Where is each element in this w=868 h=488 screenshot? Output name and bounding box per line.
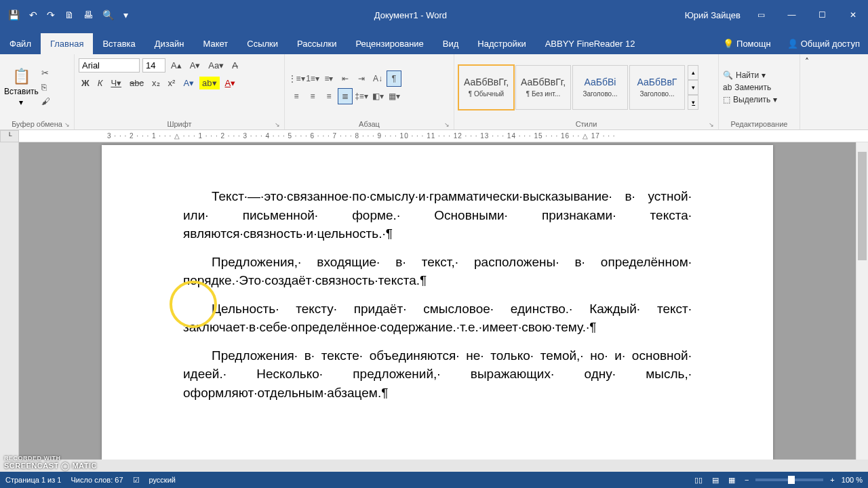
zoom-level[interactable]: 100 % xyxy=(842,476,863,484)
tab-home[interactable]: Главная xyxy=(41,33,93,54)
ribbon-options-icon[interactable]: ▭ xyxy=(746,0,776,30)
strike-button[interactable]: abc xyxy=(127,77,146,89)
sort-icon[interactable]: A↓ xyxy=(370,70,385,87)
redo-icon[interactable]: ↷ xyxy=(47,9,55,20)
tab-insert[interactable]: Вставка xyxy=(93,33,144,54)
format-painter-icon[interactable]: 🖌 xyxy=(41,96,50,106)
find-icon[interactable]: 🔍 xyxy=(102,9,114,20)
tab-review[interactable]: Рецензирование xyxy=(346,33,433,54)
group-editing: 🔍Найти ▾ abЗаменить ⬚Выделить ▾ Редактир… xyxy=(719,54,800,129)
qat-more-icon[interactable]: ▾ xyxy=(123,9,128,20)
tab-references[interactable]: Ссылки xyxy=(237,33,288,54)
zoom-in-icon[interactable]: + xyxy=(830,476,834,484)
styles-more-icon[interactable]: ▾̲ xyxy=(688,95,698,110)
increase-indent-icon[interactable]: ⇥ xyxy=(354,70,369,87)
style-heading1[interactable]: АаБбВіЗаголово... xyxy=(572,65,628,110)
numbering-icon[interactable]: 1≡▾ xyxy=(305,70,320,87)
select-button[interactable]: ⬚Выделить ▾ xyxy=(723,95,777,104)
collapse-ribbon-icon[interactable]: ˄ xyxy=(800,54,814,129)
highlight-icon[interactable]: ab▾ xyxy=(199,77,219,89)
show-marks-icon[interactable]: ¶ xyxy=(387,70,401,87)
dialog-launcher-icon[interactable]: ↘ xyxy=(444,121,450,128)
bold-button[interactable]: Ж xyxy=(79,77,92,89)
proofing-icon[interactable]: ☑ xyxy=(133,476,140,485)
replace-icon: ab xyxy=(723,83,732,92)
save-icon[interactable]: 💾 xyxy=(8,9,20,20)
zoom-control[interactable]: − + 100 % xyxy=(745,476,863,484)
new-doc-icon[interactable]: 🗎 xyxy=(64,9,74,20)
group-label: Стили↘ xyxy=(458,119,714,129)
paragraph[interactable]: Текст·—·это·связанное·по·смыслу·и·грамма… xyxy=(183,187,692,243)
tab-design[interactable]: Дизайн xyxy=(145,33,194,54)
language-indicator[interactable]: русский xyxy=(149,476,176,484)
help-button[interactable]: 💡Помощн xyxy=(715,33,779,54)
decrease-indent-icon[interactable]: ⇤ xyxy=(338,70,353,87)
zoom-out-icon[interactable]: − xyxy=(745,476,749,484)
tab-addins[interactable]: Надстройки xyxy=(468,33,535,54)
styles-gallery[interactable]: АаБбВвГг,¶ Обычный АаБбВвГг,¶ Без инт...… xyxy=(458,65,685,110)
print-icon[interactable]: 🖶 xyxy=(83,9,93,20)
align-center-icon[interactable]: ≡ xyxy=(305,88,320,104)
copy-icon[interactable]: ⎘ xyxy=(41,82,50,92)
ruler-vertical[interactable] xyxy=(0,142,19,460)
ruler-horizontal[interactable]: └ 3 · · · 2 · · · 1 · · · △ · · · 1 · · … xyxy=(0,130,868,142)
align-right-icon[interactable]: ≡ xyxy=(321,88,336,104)
tab-abbyy[interactable]: ABBYY FineReader 12 xyxy=(536,33,645,54)
change-case-icon[interactable]: Aa▾ xyxy=(205,59,226,72)
shrink-font-icon[interactable]: A▾ xyxy=(187,59,203,72)
style-no-spacing[interactable]: АаБбВвГг,¶ Без инт... xyxy=(515,65,571,110)
dialog-launcher-icon[interactable]: ↘ xyxy=(709,121,714,128)
grow-font-icon[interactable]: A▴ xyxy=(168,59,184,72)
superscript-button[interactable]: x² xyxy=(165,77,178,89)
read-mode-icon[interactable]: ▯▯ xyxy=(694,476,703,485)
cut-icon[interactable]: ✂ xyxy=(41,68,50,78)
borders-icon[interactable]: ▦▾ xyxy=(387,88,401,104)
multilevel-icon[interactable]: ≡▾ xyxy=(321,70,336,87)
user-name[interactable]: Юрий Зайцев xyxy=(685,10,746,20)
paste-button[interactable]: 📋 Вставить ▾ xyxy=(4,68,39,107)
align-left-icon[interactable]: ≡ xyxy=(289,88,304,104)
tab-view[interactable]: Вид xyxy=(433,33,469,54)
styles-down-icon[interactable]: ▾ xyxy=(688,80,698,95)
tab-mailings[interactable]: Рассылки xyxy=(288,33,346,54)
dialog-launcher-icon[interactable]: ↘ xyxy=(64,121,70,128)
tab-layout[interactable]: Макет xyxy=(193,33,237,54)
paragraph[interactable]: Предложения· в· тексте· объединяются· не… xyxy=(183,346,692,403)
zoom-slider[interactable] xyxy=(755,479,823,481)
font-color-icon[interactable]: A▾ xyxy=(222,77,239,89)
paragraph[interactable]: Цельность· тексту· придаёт· смысловое· е… xyxy=(183,300,692,337)
text-effects-icon[interactable]: A▾ xyxy=(180,77,197,89)
page-indicator[interactable]: Страница 1 из 1 xyxy=(5,476,61,484)
shading-icon[interactable]: ◧▾ xyxy=(370,88,385,104)
styles-up-icon[interactable]: ▴ xyxy=(688,65,698,80)
share-button[interactable]: 👤Общий доступ xyxy=(779,33,868,54)
clear-format-icon[interactable]: A̶ xyxy=(229,59,241,72)
italic-button[interactable]: К xyxy=(95,77,106,89)
undo-icon[interactable]: ↶ xyxy=(29,9,37,20)
maximize-icon[interactable]: ☐ xyxy=(807,0,837,30)
subscript-button[interactable]: x₂ xyxy=(149,77,163,89)
minimize-icon[interactable]: — xyxy=(776,0,807,30)
bullets-icon[interactable]: ⋮≡▾ xyxy=(289,70,304,87)
dialog-launcher-icon[interactable]: ↘ xyxy=(275,121,280,128)
document-page[interactable]: Текст·—·это·связанное·по·смыслу·и·грамма… xyxy=(102,145,773,460)
find-button[interactable]: 🔍Найти ▾ xyxy=(723,70,777,80)
print-layout-icon[interactable]: ▤ xyxy=(712,476,719,485)
vertical-scrollbar[interactable] xyxy=(856,142,868,460)
justify-icon[interactable]: ≣ xyxy=(338,88,353,104)
line-spacing-icon[interactable]: ‡≡▾ xyxy=(354,88,369,104)
style-normal[interactable]: АаБбВвГг,¶ Обычный xyxy=(458,65,514,110)
ribbon: 📋 Вставить ▾ ✂ ⎘ 🖌 Буфер обмена↘ A▴ A▾ A… xyxy=(0,54,868,130)
replace-button[interactable]: abЗаменить xyxy=(723,83,777,92)
paragraph[interactable]: Предложения,· входящие· в· текст,· распо… xyxy=(183,253,692,290)
underline-button[interactable]: Ч▾ xyxy=(108,77,124,89)
style-heading2[interactable]: АаБбВвГЗаголово... xyxy=(629,65,685,110)
close-icon[interactable]: ✕ xyxy=(837,0,868,30)
tab-selector[interactable]: └ xyxy=(0,130,19,142)
font-name-input[interactable] xyxy=(79,58,140,73)
tab-file[interactable]: Файл xyxy=(0,33,41,54)
font-size-input[interactable] xyxy=(142,58,165,73)
word-count[interactable]: Число слов: 67 xyxy=(71,476,123,484)
web-layout-icon[interactable]: ▦ xyxy=(728,476,735,485)
scrollbar-thumb[interactable] xyxy=(858,152,867,260)
